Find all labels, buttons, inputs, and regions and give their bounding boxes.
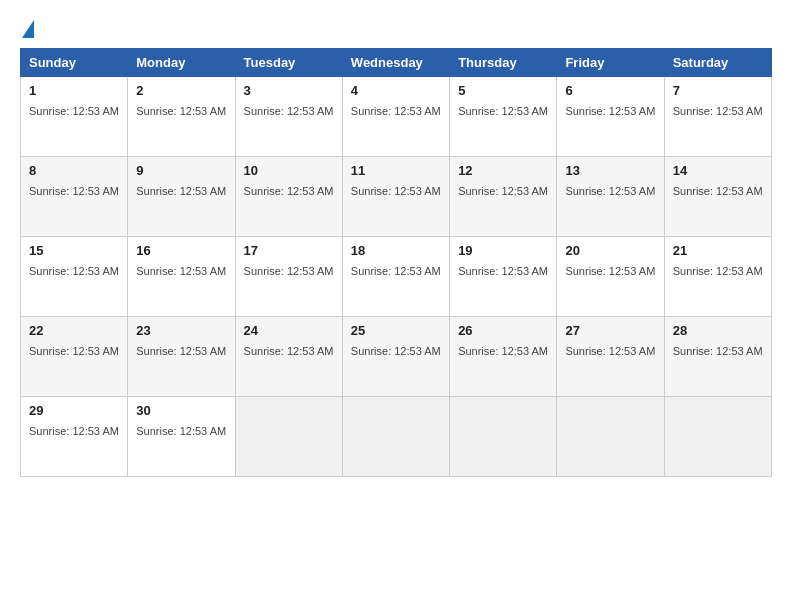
- day-header-saturday: Saturday: [664, 49, 771, 77]
- week-row-2: 8Sunrise: 12:53 AM9Sunrise: 12:53 AM10Su…: [21, 157, 772, 237]
- day-number: 28: [673, 323, 763, 338]
- day-sunrise: Sunrise: 12:53 AM: [458, 105, 548, 117]
- calendar-cell: 13Sunrise: 12:53 AM: [557, 157, 664, 237]
- calendar-cell: 7Sunrise: 12:53 AM: [664, 77, 771, 157]
- day-sunrise: Sunrise: 12:53 AM: [565, 105, 655, 117]
- day-sunrise: Sunrise: 12:53 AM: [244, 185, 334, 197]
- calendar-cell: 20Sunrise: 12:53 AM: [557, 237, 664, 317]
- calendar-cell: [235, 397, 342, 477]
- day-header-wednesday: Wednesday: [342, 49, 449, 77]
- day-number: 19: [458, 243, 548, 258]
- calendar-cell: 1Sunrise: 12:53 AM: [21, 77, 128, 157]
- calendar-cell: 2Sunrise: 12:53 AM: [128, 77, 235, 157]
- day-number: 2: [136, 83, 226, 98]
- day-number: 5: [458, 83, 548, 98]
- day-number: 24: [244, 323, 334, 338]
- calendar-cell: 29Sunrise: 12:53 AM: [21, 397, 128, 477]
- week-row-5: 29Sunrise: 12:53 AM30Sunrise: 12:53 AM: [21, 397, 772, 477]
- day-sunrise: Sunrise: 12:53 AM: [244, 105, 334, 117]
- day-sunrise: Sunrise: 12:53 AM: [29, 425, 119, 437]
- calendar-cell: [664, 397, 771, 477]
- calendar-cell: 12Sunrise: 12:53 AM: [450, 157, 557, 237]
- day-number: 7: [673, 83, 763, 98]
- day-number: 18: [351, 243, 441, 258]
- calendar-cell: [450, 397, 557, 477]
- day-sunrise: Sunrise: 12:53 AM: [244, 265, 334, 277]
- day-sunrise: Sunrise: 12:53 AM: [565, 265, 655, 277]
- day-sunrise: Sunrise: 12:53 AM: [673, 345, 763, 357]
- calendar-cell: 25Sunrise: 12:53 AM: [342, 317, 449, 397]
- calendar-cell: [557, 397, 664, 477]
- day-number: 12: [458, 163, 548, 178]
- day-sunrise: Sunrise: 12:53 AM: [673, 105, 763, 117]
- header: [20, 20, 772, 38]
- week-row-3: 15Sunrise: 12:53 AM16Sunrise: 12:53 AM17…: [21, 237, 772, 317]
- day-sunrise: Sunrise: 12:53 AM: [351, 345, 441, 357]
- day-sunrise: Sunrise: 12:53 AM: [458, 265, 548, 277]
- calendar-cell: 21Sunrise: 12:53 AM: [664, 237, 771, 317]
- day-number: 14: [673, 163, 763, 178]
- calendar-cell: 4Sunrise: 12:53 AM: [342, 77, 449, 157]
- day-number: 1: [29, 83, 119, 98]
- calendar-cell: 22Sunrise: 12:53 AM: [21, 317, 128, 397]
- logo: [20, 20, 34, 38]
- day-sunrise: Sunrise: 12:53 AM: [351, 185, 441, 197]
- day-header-friday: Friday: [557, 49, 664, 77]
- day-sunrise: Sunrise: 12:53 AM: [673, 185, 763, 197]
- day-number: 4: [351, 83, 441, 98]
- calendar-cell: 6Sunrise: 12:53 AM: [557, 77, 664, 157]
- day-sunrise: Sunrise: 12:53 AM: [458, 185, 548, 197]
- day-sunrise: Sunrise: 12:53 AM: [29, 265, 119, 277]
- calendar-cell: 30Sunrise: 12:53 AM: [128, 397, 235, 477]
- calendar-cell: 8Sunrise: 12:53 AM: [21, 157, 128, 237]
- calendar-cell: 23Sunrise: 12:53 AM: [128, 317, 235, 397]
- calendar-cell: 11Sunrise: 12:53 AM: [342, 157, 449, 237]
- day-sunrise: Sunrise: 12:53 AM: [136, 185, 226, 197]
- day-number: 23: [136, 323, 226, 338]
- calendar-cell: [342, 397, 449, 477]
- calendar-cell: 16Sunrise: 12:53 AM: [128, 237, 235, 317]
- day-sunrise: Sunrise: 12:53 AM: [351, 265, 441, 277]
- day-sunrise: Sunrise: 12:53 AM: [673, 265, 763, 277]
- day-number: 10: [244, 163, 334, 178]
- calendar-cell: 26Sunrise: 12:53 AM: [450, 317, 557, 397]
- day-sunrise: Sunrise: 12:53 AM: [136, 265, 226, 277]
- calendar-cell: 27Sunrise: 12:53 AM: [557, 317, 664, 397]
- day-header-tuesday: Tuesday: [235, 49, 342, 77]
- calendar-cell: 17Sunrise: 12:53 AM: [235, 237, 342, 317]
- calendar-cell: 3Sunrise: 12:53 AM: [235, 77, 342, 157]
- day-number: 9: [136, 163, 226, 178]
- day-number: 15: [29, 243, 119, 258]
- logo-icon: [22, 20, 34, 38]
- day-sunrise: Sunrise: 12:53 AM: [29, 105, 119, 117]
- day-number: 13: [565, 163, 655, 178]
- week-row-4: 22Sunrise: 12:53 AM23Sunrise: 12:53 AM24…: [21, 317, 772, 397]
- calendar-cell: 18Sunrise: 12:53 AM: [342, 237, 449, 317]
- day-sunrise: Sunrise: 12:53 AM: [244, 345, 334, 357]
- day-sunrise: Sunrise: 12:53 AM: [136, 345, 226, 357]
- day-number: 11: [351, 163, 441, 178]
- calendar-table: SundayMondayTuesdayWednesdayThursdayFrid…: [20, 48, 772, 477]
- day-number: 6: [565, 83, 655, 98]
- day-number: 21: [673, 243, 763, 258]
- day-number: 27: [565, 323, 655, 338]
- day-number: 22: [29, 323, 119, 338]
- day-number: 29: [29, 403, 119, 418]
- calendar-cell: 19Sunrise: 12:53 AM: [450, 237, 557, 317]
- day-sunrise: Sunrise: 12:53 AM: [458, 345, 548, 357]
- day-number: 17: [244, 243, 334, 258]
- calendar-cell: 15Sunrise: 12:53 AM: [21, 237, 128, 317]
- calendar-cell: 24Sunrise: 12:53 AM: [235, 317, 342, 397]
- day-sunrise: Sunrise: 12:53 AM: [565, 185, 655, 197]
- calendar-cell: 5Sunrise: 12:53 AM: [450, 77, 557, 157]
- calendar-cell: 9Sunrise: 12:53 AM: [128, 157, 235, 237]
- calendar-cell: 28Sunrise: 12:53 AM: [664, 317, 771, 397]
- calendar-cell: 10Sunrise: 12:53 AM: [235, 157, 342, 237]
- day-number: 3: [244, 83, 334, 98]
- day-header-monday: Monday: [128, 49, 235, 77]
- header-row: SundayMondayTuesdayWednesdayThursdayFrid…: [21, 49, 772, 77]
- day-number: 30: [136, 403, 226, 418]
- calendar-cell: 14Sunrise: 12:53 AM: [664, 157, 771, 237]
- week-row-1: 1Sunrise: 12:53 AM2Sunrise: 12:53 AM3Sun…: [21, 77, 772, 157]
- day-header-thursday: Thursday: [450, 49, 557, 77]
